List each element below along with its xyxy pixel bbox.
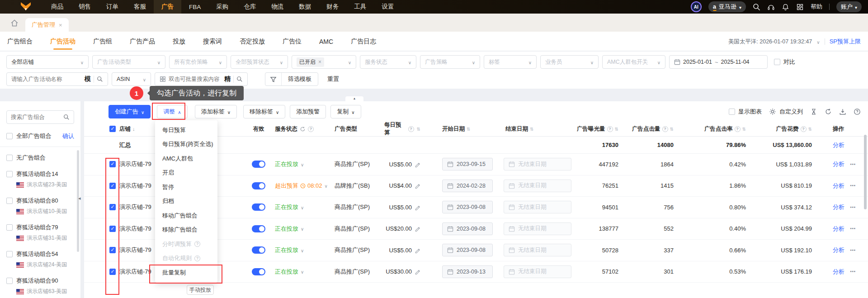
portfolio-checkbox[interactable] [6, 224, 13, 231]
end-date-box[interactable]: 无结束日期 [504, 244, 571, 256]
sp-budget-limit-link[interactable]: SP预算上限 [830, 38, 861, 46]
reset-button[interactable]: 重置 [327, 75, 339, 83]
row-checkbox[interactable] [109, 226, 116, 232]
col-ctr[interactable]: 广告点击率 [676, 125, 749, 133]
ad-strategy-select[interactable]: 广告策略 [420, 55, 480, 69]
edit-pencil-icon[interactable] [415, 204, 420, 210]
fuzzy-mode-toggle[interactable]: 模 [85, 75, 91, 83]
chevron-down-icon[interactable] [301, 247, 304, 254]
start-date-box[interactable]: 2023-09-08 [442, 201, 493, 213]
list-item[interactable]: 赛狐活动组合79 演示店铺31-美国 [0, 219, 80, 246]
nav-item-orders[interactable]: 订单 [99, 0, 126, 14]
help-link[interactable]: 帮助 [811, 3, 822, 11]
analyze-link[interactable]: 分析 [833, 225, 844, 233]
end-date-box[interactable]: 无结束日期 [504, 265, 571, 278]
marketplace-switcher[interactable]: a 亚马逊 [708, 1, 746, 12]
ai-assistant-button[interactable]: AI [691, 1, 702, 12]
checkbox-icon[interactable] [729, 109, 735, 115]
batch-search-input[interactable] [169, 76, 222, 82]
checkbox-icon[interactable] [774, 59, 780, 65]
nav-item-purchasing[interactable]: 采购 [208, 0, 236, 14]
menu-item-amc-audience[interactable]: AMC人群包 [155, 151, 217, 166]
row-checkbox[interactable] [109, 247, 116, 253]
sort-down-icon[interactable] [132, 126, 135, 132]
headset-icon[interactable] [767, 3, 775, 11]
sort-icon[interactable] [808, 126, 812, 132]
close-icon[interactable]: × [318, 59, 321, 65]
active-toggle[interactable] [252, 182, 265, 189]
menu-item-enable[interactable]: 开启 [155, 166, 217, 180]
store-select[interactable]: 全部店铺 [6, 55, 89, 69]
edit-pencil-icon[interactable] [415, 161, 420, 167]
more-actions-icon[interactable] [850, 161, 856, 168]
active-toggle[interactable] [252, 246, 265, 254]
sort-icon[interactable] [417, 126, 420, 132]
more-actions-icon[interactable] [850, 225, 856, 232]
menu-item-daily-budget[interactable]: 每日预算 [155, 123, 217, 137]
help-circle-icon[interactable] [854, 108, 861, 115]
more-actions-icon[interactable] [850, 204, 856, 211]
adjust-button[interactable]: 调整 [157, 105, 187, 118]
enabled-filter-chip[interactable]: 已开启× [297, 57, 324, 67]
question-circle-icon[interactable] [662, 126, 668, 132]
tab-targeting[interactable]: 投放 [173, 32, 185, 51]
active-toggle[interactable] [252, 268, 265, 275]
nav-item-warehouse[interactable]: 仓库 [236, 0, 264, 14]
end-date-box[interactable]: 无结束日期 [504, 201, 571, 213]
start-date-box[interactable]: 2024-02-28 [442, 180, 493, 192]
nav-item-logistics[interactable]: 物流 [264, 0, 291, 14]
end-date-box[interactable]: 无结束日期 [504, 180, 571, 192]
history-hourglass-icon[interactable] [810, 108, 817, 115]
analyze-link[interactable]: 分析 [833, 141, 844, 149]
row-checkbox[interactable] [109, 269, 116, 275]
question-circle-icon[interactable] [607, 126, 613, 132]
sort-icon[interactable] [467, 126, 470, 132]
home-tab-icon[interactable] [10, 19, 19, 28]
edit-pencil-icon[interactable] [415, 183, 420, 189]
portfolio-checkbox[interactable] [6, 171, 13, 177]
remove-tag-button[interactable]: 移除标签 [243, 105, 285, 118]
nav-item-finance[interactable]: 财务 [319, 0, 346, 14]
tab-search-terms[interactable]: 搜索词 [203, 32, 222, 51]
campaign-name-search[interactable]: 模 [6, 72, 108, 86]
show-chart-checkbox[interactable]: 显示图表 [729, 108, 762, 116]
state-select[interactable]: 已开启× [292, 55, 356, 69]
funnel-filter-icon[interactable] [265, 73, 282, 85]
more-actions-icon[interactable] [850, 247, 856, 254]
start-date-box[interactable]: 2023-09-13 [442, 265, 493, 278]
apps-grid-icon[interactable] [796, 3, 804, 11]
add-alert-button[interactable]: 添加预警 [290, 105, 326, 118]
campaign-type-select[interactable]: 广告活动类型 [92, 55, 165, 69]
active-toggle[interactable] [252, 161, 265, 168]
list-item[interactable]: 赛狐活动组合90 演示店铺63-美国 [0, 273, 80, 298]
bid-strategy-select[interactable]: 所有竞价策略 [169, 55, 227, 69]
nav-item-data[interactable]: 数据 [291, 0, 319, 14]
download-icon[interactable] [839, 108, 846, 115]
analyze-link[interactable]: 分析 [833, 203, 844, 211]
nav-item-service[interactable]: 客服 [126, 0, 154, 14]
date-range-picker[interactable]: 2025-01-01 ~ 2025-11-04 [669, 55, 768, 69]
search-icon[interactable] [97, 76, 103, 82]
active-toggle[interactable] [252, 225, 265, 232]
menu-item-remove-portfolio[interactable]: 移除广告组合 [155, 223, 217, 237]
col-service-status[interactable]: 服务状态 [273, 125, 329, 133]
portfolio-checkbox[interactable] [6, 278, 13, 284]
start-date-box[interactable]: 2023-09-08 [442, 244, 493, 256]
chevron-down-icon[interactable] [301, 161, 304, 168]
manual-targeting-chip[interactable]: 手动投放 [187, 285, 214, 295]
service-status-select[interactable]: 服务状态 [360, 55, 416, 69]
nav-item-products[interactable]: 商品 [43, 0, 71, 14]
salesperson-select[interactable]: 业务员 [540, 55, 599, 69]
menu-item-batch-copy[interactable]: 批量复制 [155, 265, 217, 280]
campaign-name-input[interactable] [11, 76, 82, 82]
sort-icon[interactable] [615, 126, 618, 132]
sidebar-collapse-handle[interactable] [78, 195, 81, 201]
tab-placement[interactable]: 广告位 [283, 32, 302, 51]
edit-pencil-icon[interactable] [415, 226, 420, 232]
more-actions-icon[interactable] [850, 182, 856, 189]
edit-pencil-icon[interactable] [415, 247, 420, 253]
confirm-link[interactable]: 确认 [62, 132, 74, 140]
select-all-checkbox[interactable] [6, 133, 13, 139]
collapse-filters-tab[interactable] [345, 96, 363, 101]
col-impressions[interactable]: 广告曝光量 [574, 125, 621, 133]
